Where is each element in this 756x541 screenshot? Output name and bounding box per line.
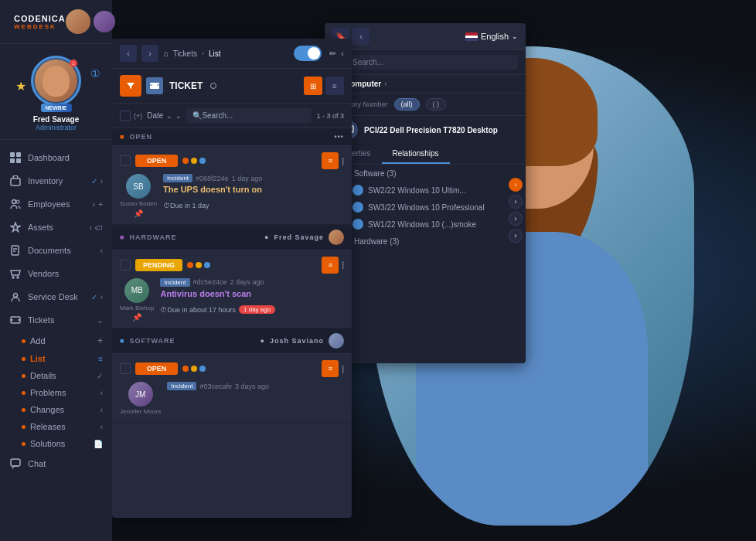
filter-button[interactable] xyxy=(120,75,141,97)
ticket-meta-2: Incident #03cecafe 3 days ago xyxy=(167,382,344,390)
user-profile-section: 1 NEWBIE ★ ① Fred Savage Administrator xyxy=(0,44,112,140)
sidebar-item-dashboard[interactable]: Dashboard xyxy=(0,146,112,169)
header-avatar2[interactable] xyxy=(94,11,115,32)
ticket-avatar-2: JM xyxy=(128,382,153,407)
filter-empty[interactable]: ( ) xyxy=(426,98,447,111)
bookmark-icon: ‹ xyxy=(341,49,344,58)
sidebar-item-inventory[interactable]: Inventory ✓ › xyxy=(0,169,112,192)
sidebar-item-tickets[interactable]: Tickets ⌄ xyxy=(0,308,112,332)
ticket-more-btn-0[interactable]: | xyxy=(342,157,344,165)
ticket-card-header-1: PENDING ≡ | xyxy=(120,257,344,274)
header-avatar[interactable] xyxy=(66,9,90,34)
tree-hardware[interactable]: ▸ Hardware (3) xyxy=(325,233,526,250)
software-color-indicator: ■ xyxy=(120,337,124,345)
sidebar-item-documents[interactable]: Documents ‹ xyxy=(0,239,112,262)
inv-back-btn[interactable]: ‹ xyxy=(352,28,369,45)
select-all-checkbox[interactable] xyxy=(120,111,131,121)
details-dot xyxy=(22,374,26,378)
list-view-btn[interactable]: ≡ xyxy=(325,77,344,95)
ticket-group-hardware: ■ HARDWARE ● Fred Savage PENDING ≡ | xyxy=(112,225,352,329)
panel-back-btn[interactable]: ‹ xyxy=(120,45,137,62)
inv-item-details: PCI/22 Dell Precision T7820 Desktop xyxy=(364,126,498,134)
ticket-id-1: #dc5e24ce xyxy=(193,278,227,286)
tree-sw1[interactable]: ▸ SW2/22 Windows 10 Ultim... xyxy=(325,182,526,199)
assets-label: Assets xyxy=(28,223,53,232)
chat-label: Chat xyxy=(28,459,46,468)
ticket-action-btn-0[interactable]: ≡ xyxy=(322,152,339,169)
tree-sw2-label: SW3/22 Windows 10 Professional xyxy=(368,203,485,212)
ticket-action-btn-1[interactable]: ≡ xyxy=(322,257,339,274)
group-header-hardware: ■ HARDWARE ● Fred Savage xyxy=(112,225,352,250)
problems-label: Problems xyxy=(30,388,66,397)
sidebar-sub-solutions[interactable]: Solutions 📄 xyxy=(0,435,112,452)
edit-icon: ✏ xyxy=(329,49,336,59)
ticket-action-btn-2[interactable]: ≡ xyxy=(322,360,339,377)
changes-dot xyxy=(22,408,26,412)
date-filter-chevron: ⌄ xyxy=(166,112,172,120)
rank-icon: ① xyxy=(90,67,100,80)
ticket-checkbox-2[interactable] xyxy=(120,363,131,374)
dot-2-0 xyxy=(182,366,189,372)
ticket-more-btn-2[interactable]: | xyxy=(342,365,344,373)
svg-rect-13 xyxy=(150,83,159,89)
date-filter[interactable]: Date ⌄ ⌄ xyxy=(147,111,182,120)
sidebar-item-employees[interactable]: Employees ‹ + xyxy=(0,192,112,216)
sidebar-sub-details[interactable]: Details ✓ xyxy=(0,367,112,384)
ticket-type-icon xyxy=(146,77,163,94)
ticket-user-1: Mark Bishop xyxy=(120,305,154,312)
ticket-type-badge-0: Incident xyxy=(163,174,192,182)
inv-search-input[interactable]: Search... xyxy=(352,58,383,66)
scroll-indicator-0: › xyxy=(509,178,523,192)
ticket-checkbox-1[interactable] xyxy=(120,260,131,270)
group-label-software: SOFTWARE xyxy=(129,337,175,345)
inv-main-item[interactable]: ▸ PCI/22 Dell Precision T7820 Desktop xyxy=(325,116,526,145)
breadcrumb-separator: › xyxy=(202,49,204,57)
employees-chevron-icon: ‹ xyxy=(93,200,95,209)
language-selector[interactable]: English ⌄ xyxy=(465,32,518,41)
tree-sw3[interactable]: ▸ SW1/22 Windows 10 (...)smoke xyxy=(325,216,526,233)
releases-label: Releases xyxy=(30,422,66,431)
toggle-switch[interactable] xyxy=(294,46,322,61)
sidebar-sub-list[interactable]: List ≡ xyxy=(0,350,112,367)
svg-point-8 xyxy=(12,277,14,278)
sidebar-sub-changes[interactable]: Changes ‹ xyxy=(0,401,112,418)
details-label: Details xyxy=(30,371,56,380)
dot-1-2 xyxy=(204,262,210,268)
ticket-due-1: ⏱ Due in about 17 hours 1 day ago xyxy=(160,305,275,314)
sidebar-item-chat[interactable]: Chat xyxy=(0,452,112,475)
ticket-group-open: ■ OPEN ••• OPEN ≡ | xyxy=(112,128,352,225)
tree-hardware-label: Hardware (3) xyxy=(354,237,399,246)
ticket-card-2[interactable]: OPEN ≡ | JM Jennifer Moore xyxy=(112,354,352,423)
filter-all[interactable]: (all) xyxy=(394,98,420,111)
software-assignee: ● xyxy=(261,337,265,345)
ticket-card-1[interactable]: PENDING ≡ | MB Mark Bishop 📌 xyxy=(112,250,352,329)
group-header-software: ■ SOFTWARE ● Josh Saviano xyxy=(112,328,352,354)
details-check-icon: ✓ xyxy=(97,372,103,380)
ticket-card-0[interactable]: OPEN ≡ | SB Susan Boden 📌 xyxy=(112,146,352,225)
tree-sw2[interactable]: ▸ SW3/22 Windows 10 Professional xyxy=(325,199,526,216)
tab-relationships[interactable]: Relationships xyxy=(382,145,450,164)
ticket-user-2: Jennifer Moore xyxy=(120,408,161,416)
ticket-checkbox-0[interactable] xyxy=(120,155,131,166)
ticket-avatar-col-2: JM Jennifer Moore xyxy=(120,382,161,416)
sidebar-sub-releases[interactable]: Releases ‹ xyxy=(0,418,112,435)
sidebar-sub-problems[interactable]: Problems ‹ xyxy=(0,384,112,401)
tree-software[interactable]: ▸ Software (3) xyxy=(325,165,526,182)
ticket-more-btn-1[interactable]: | xyxy=(342,260,344,269)
ticket-time-0: 1 day ago xyxy=(232,175,263,182)
servicedesk-chevron-icon: › xyxy=(100,293,103,301)
sidebar-item-vendors[interactable]: Vendors xyxy=(0,262,112,285)
sidebar-item-servicedesk[interactable]: Service Desk ✓ › xyxy=(0,285,112,308)
svg-rect-0 xyxy=(10,152,15,157)
sidebar-item-assets[interactable]: Assets ‹ 🏷 xyxy=(0,216,112,239)
due-clock-icon-1: ⏱ xyxy=(160,306,167,314)
search-input[interactable]: Search... xyxy=(202,111,305,120)
ticket-time-1: 2 days ago xyxy=(230,278,264,286)
home-icon: ⌂ xyxy=(163,49,169,58)
sidebar-sub-add[interactable]: Add + xyxy=(0,332,112,350)
group-header-open: ■ OPEN ••• xyxy=(112,128,352,146)
documents-chevron-icon: ‹ xyxy=(100,246,103,255)
grid-view-btn[interactable]: ⊞ xyxy=(304,77,322,95)
ticket-group-software: ■ SOFTWARE ● Josh Saviano OPEN ≡ | xyxy=(112,328,352,423)
panel-forward-btn[interactable]: › xyxy=(141,45,158,62)
